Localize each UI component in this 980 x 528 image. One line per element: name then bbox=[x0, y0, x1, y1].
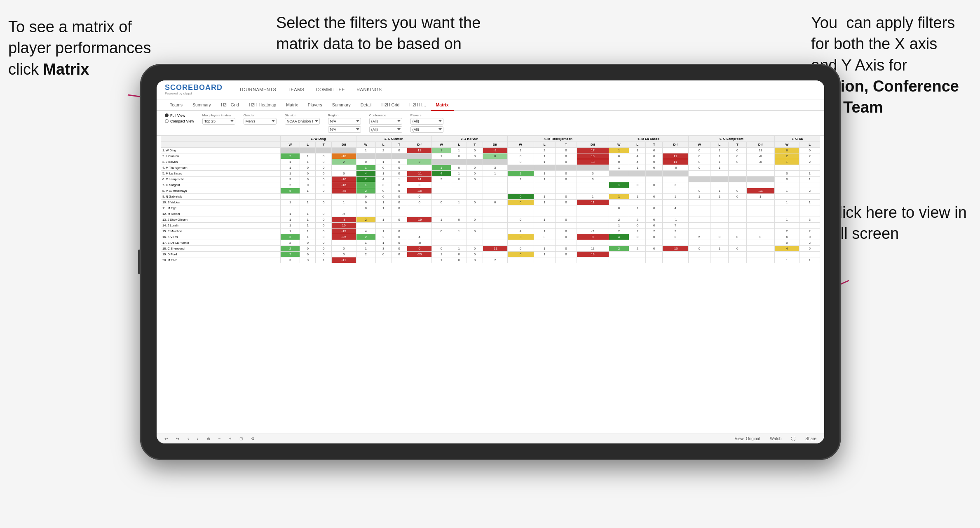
table-row: 20. M Ford 331-11 1007 11 bbox=[161, 257, 820, 263]
toolbar-view-original[interactable]: View: Original bbox=[733, 436, 762, 442]
annotation-topleft-text: To see a matrix of player performances c… bbox=[8, 18, 151, 78]
table-row: 16. K Vilips 310-25 2204 3308 4000 500 0… bbox=[161, 234, 820, 240]
table-row: 5. M La Sasso 1006 410-11 4101 1106 01 bbox=[161, 170, 820, 176]
filter-division-label: Division bbox=[285, 113, 320, 117]
table-row: 15. P Maichon 110-19 410 010 410-7 22 22… bbox=[161, 228, 820, 234]
toolbar-forward[interactable]: › bbox=[195, 436, 200, 442]
toolbar-plus[interactable]: + bbox=[227, 436, 234, 442]
filter-conference: Conference (All) (All) bbox=[369, 113, 402, 133]
table-row: 18. C Sherwood 2000 1300 010-11 01013 22… bbox=[161, 245, 820, 251]
filter-players-label: Players bbox=[410, 113, 443, 117]
tab-summary2[interactable]: Summary bbox=[327, 99, 356, 111]
annotation-bottomright: Click here to view in full screen bbox=[828, 202, 968, 245]
table-row: 6. C Lamprecht 300-16 24124 300 1106 01 bbox=[161, 176, 820, 182]
table-row: 11. M Ege 010 0104 bbox=[161, 205, 820, 211]
toolbar-add[interactable]: ⊕ bbox=[205, 436, 212, 442]
toolbar-reset[interactable]: ⊡ bbox=[237, 436, 245, 442]
toolbar-back[interactable]: ‹ bbox=[185, 436, 191, 442]
nav-teams[interactable]: TEAMS bbox=[288, 85, 304, 94]
logo-area: SCOREBOARD Powered by clippd bbox=[165, 84, 223, 96]
tab-matrix-active[interactable]: Matrix bbox=[431, 99, 454, 111]
table-row: 17. S De La Fuente 200 110-8 02 bbox=[161, 240, 820, 245]
bottom-toolbar: ↩ ↪ ‹ › ⊕ − + ⊡ ⚙ View: Original Watch ⛶… bbox=[157, 434, 824, 443]
table-row: 1. W Ding 12011 110-2 12017 130 01013 60 bbox=[161, 147, 820, 153]
radio-compact-dot bbox=[165, 119, 169, 123]
toolbar-settings[interactable]: ⚙ bbox=[249, 436, 257, 442]
filter-gender-select[interactable]: Men's bbox=[244, 118, 277, 125]
view-compact[interactable]: Compact View bbox=[165, 119, 194, 123]
toolbar-screen-icon[interactable]: ⛶ bbox=[789, 436, 797, 442]
filter-region-x-select[interactable]: N/A bbox=[328, 118, 361, 125]
filter-max-label: Max players in view bbox=[202, 113, 235, 117]
col-header-wding: 1. W Ding bbox=[281, 136, 356, 141]
tab-matrix1[interactable]: Matrix bbox=[281, 99, 303, 111]
tab-h2h-h[interactable]: H2H H... bbox=[404, 99, 431, 111]
filter-players-y-select[interactable]: (All) bbox=[410, 126, 443, 133]
tab-summary1[interactable]: Summary bbox=[188, 99, 216, 111]
table-row: 19. D Ford 2000 200-20 100 01013 bbox=[161, 251, 820, 257]
matrix-table-wrapper[interactable]: 1. W Ding 2. L Clanton 3. J Koivun 4. M … bbox=[157, 136, 824, 434]
tab-teams[interactable]: Teams bbox=[165, 99, 188, 111]
nav-committee[interactable]: COMMITTEE bbox=[316, 85, 345, 94]
filter-gender: Gender Men's bbox=[244, 113, 277, 125]
table-row: 8. P Summerhays 510-48 200-16 010-11 12 bbox=[161, 188, 820, 193]
toolbar-share[interactable]: Share bbox=[803, 436, 818, 442]
filter-division-select[interactable]: NCAA Division I bbox=[285, 118, 320, 125]
table-row: 10. B Valdes 1101 0100 0100 01011 11 bbox=[161, 199, 820, 205]
filter-gender-label: Gender bbox=[244, 113, 277, 117]
filter-players: Players (All) (All) bbox=[410, 113, 443, 133]
table-row: 14. J Lundin 11010 1007 bbox=[161, 222, 820, 228]
col-header-jkoivun: 3. J Koivun bbox=[432, 136, 507, 141]
table-row: 9. N Gabrelcik 0000 0101 1101 1101 bbox=[161, 193, 820, 199]
app-header: SCOREBOARD Powered by clippd TOURNAMENTS… bbox=[157, 80, 824, 99]
tab-h2h-grid2[interactable]: H2H Grid bbox=[377, 99, 405, 111]
col-header-gsa: 7. G Sa bbox=[774, 136, 820, 141]
matrix-table: 1. W Ding 2. L Clanton 3. J Koivun 4. M … bbox=[161, 136, 820, 263]
annotation-topmid: Select the filters you want the matrix d… bbox=[276, 12, 490, 55]
table-row: 4. M Thorbjornsen 100 100 1003 110-6 01 bbox=[161, 165, 820, 170]
col-header-mlasasso: 5. M La Sasso bbox=[609, 136, 688, 141]
view-full[interactable]: Full View bbox=[165, 113, 194, 118]
toolbar-watch[interactable]: Watch bbox=[768, 436, 783, 442]
filter-max-select[interactable]: Top 25 bbox=[202, 118, 235, 125]
col-header-empty bbox=[161, 136, 281, 141]
tablet-side-button bbox=[138, 250, 140, 274]
filter-bar: Full View Compact View Max players in vi… bbox=[157, 111, 824, 136]
filter-division: Division NCAA Division I bbox=[285, 113, 320, 125]
toolbar-minus[interactable]: − bbox=[216, 436, 223, 442]
filter-conference-label: Conference bbox=[369, 113, 402, 117]
col-header-mthorb: 4. M Thorbjornsen bbox=[507, 136, 609, 141]
tablet-device: SCOREBOARD Powered by clippd TOURNAMENTS… bbox=[140, 64, 841, 460]
nav-tournaments[interactable]: TOURNAMENTS bbox=[239, 85, 276, 94]
col-header-clamprecht: 6. C Lamprecht bbox=[688, 136, 774, 141]
nav-rankings[interactable]: RANKINGS bbox=[356, 85, 382, 94]
tab-detail[interactable]: Detail bbox=[356, 99, 377, 111]
toolbar-view-area: View: Original Watch ⛶ Share bbox=[733, 436, 818, 442]
table-row: 13. J Skov Olesen 110-3 210-19 100 010 2… bbox=[161, 217, 820, 222]
table-row: 7. G Sargent 200-16 1300 1003 bbox=[161, 182, 820, 188]
table-row: 2. L Clanton 210-18 1000 01013 04011 010… bbox=[161, 153, 820, 159]
logo-subtitle: Powered by clippd bbox=[165, 92, 223, 96]
filter-max-players: Max players in view Top 25 bbox=[202, 113, 235, 125]
col-header-lclanton: 2. L Clanton bbox=[356, 136, 431, 141]
radio-full-dot bbox=[165, 113, 169, 117]
tab-h2h-grid1[interactable]: H2H Grid bbox=[216, 99, 244, 111]
tab-players[interactable]: Players bbox=[303, 99, 327, 111]
tablet-screen: SCOREBOARD Powered by clippd TOURNAMENTS… bbox=[157, 80, 824, 443]
table-row: 3. J Koivun 1102 0102 01013 04011 010-6 … bbox=[161, 159, 820, 165]
annotation-topleft: To see a matrix of player performances c… bbox=[8, 16, 157, 80]
table-row: 12. M Riedel 110-6 bbox=[161, 211, 820, 217]
tab-h2h-heatmap[interactable]: H2H Heatmap bbox=[244, 99, 281, 111]
filter-conference-x-select[interactable]: (All) bbox=[369, 118, 402, 125]
filter-region-label: Region bbox=[328, 113, 361, 117]
filter-conference-y-select[interactable]: (All) bbox=[369, 126, 402, 133]
matrix-content: 1. W Ding 2. L Clanton 3. J Koivun 4. M … bbox=[157, 136, 824, 443]
filter-players-x-select[interactable]: (All) bbox=[410, 118, 443, 125]
main-nav: TOURNAMENTS TEAMS COMMITTEE RANKINGS bbox=[239, 85, 382, 94]
view-options: Full View Compact View bbox=[165, 113, 194, 123]
toolbar-redo[interactable]: ↪ bbox=[174, 436, 181, 442]
toolbar-undo[interactable]: ↩ bbox=[162, 436, 170, 442]
filter-region-y-select[interactable]: N/A bbox=[328, 126, 361, 133]
logo-title: SCOREBOARD bbox=[165, 84, 223, 92]
sub-nav: Teams Summary H2H Grid H2H Heatmap Matri… bbox=[157, 99, 824, 111]
